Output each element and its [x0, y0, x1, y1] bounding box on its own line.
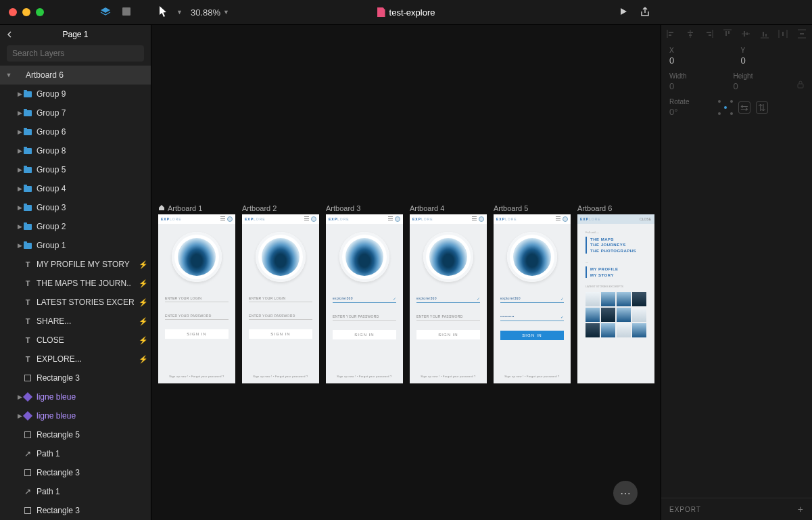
layer-row[interactable]: TSHARE...⚡	[0, 312, 151, 331]
cursor-tool-icon[interactable]	[159, 5, 168, 20]
artboard[interactable]: EXPLORE ENTER YOUR LOGIN ENTER YOUR PASS…	[242, 214, 319, 383]
align-hcenter-icon[interactable]	[686, 29, 695, 40]
layer-row[interactable]: ▶Group 4	[0, 179, 151, 198]
artboard-label[interactable]: Artboard 5	[494, 204, 571, 212]
disclosure-icon[interactable]: ▶	[16, 204, 23, 211]
align-left-icon[interactable]	[667, 29, 676, 40]
signin-button: SIGN IN	[333, 330, 396, 339]
layer-row[interactable]: ▶Group 5	[0, 160, 151, 179]
layer-row[interactable]: ▶ligne bleue	[0, 406, 151, 425]
disclosure-icon[interactable]: ▶	[16, 223, 23, 230]
artboard-header: EXPLORE	[326, 214, 403, 224]
artboard[interactable]: EXPLORE explorer360✓ ENTER YOUR PASSWORD…	[326, 214, 403, 383]
rectangle-icon	[23, 507, 32, 514]
avatar-image	[345, 238, 383, 276]
artboard-column: Artboard 1 EXPLORE ENTER YOUR LOGIN ENTE…	[158, 204, 235, 383]
flash-icon: ⚡	[139, 298, 151, 307]
align-right-icon[interactable]	[704, 29, 713, 40]
disclosure-icon[interactable]: ▶	[16, 128, 23, 135]
avatar-image	[262, 238, 300, 276]
disclosure-icon[interactable]: ▶	[16, 166, 23, 173]
artboard[interactable]: EXPLORE CLOSE Fall until — THE MAPSTHE J…	[577, 214, 654, 383]
flash-icon: ⚡	[139, 317, 151, 326]
zoom-level[interactable]: 30.88%▼	[191, 7, 229, 18]
flip-v-icon[interactable]: ⇅	[756, 101, 768, 114]
align-vcenter-icon[interactable]	[741, 29, 750, 40]
layer-row[interactable]: ▼Artboard 6	[0, 66, 151, 85]
close-window-icon[interactable]	[9, 8, 17, 16]
layer-row[interactable]: ▶Group 7	[0, 103, 151, 122]
layer-row[interactable]: ▶Group 6	[0, 122, 151, 141]
artboard-header: EXPLORE	[410, 214, 487, 224]
layers-panel-icon[interactable]	[100, 6, 111, 19]
layer-row[interactable]: Rectangle 5	[0, 425, 151, 444]
artboard-label[interactable]: Artboard 2	[242, 204, 319, 212]
layer-row[interactable]: TMY PROFILE MY STORY⚡	[0, 255, 151, 274]
align-bottom-icon[interactable]	[760, 29, 769, 40]
width-value[interactable]: 0	[669, 81, 725, 91]
artboard[interactable]: EXPLORE ENTER YOUR LOGIN ENTER YOUR PASS…	[158, 214, 235, 383]
layer-row[interactable]: ↗Path 1	[0, 482, 151, 501]
disclosure-icon[interactable]: ▶	[16, 412, 23, 419]
minimize-window-icon[interactable]	[22, 8, 30, 16]
disclosure-icon[interactable]: ▶	[16, 394, 23, 400]
folder-icon	[23, 243, 32, 249]
symbol-icon	[23, 412, 32, 419]
maximize-window-icon[interactable]	[36, 8, 44, 16]
artboard-label[interactable]: Artboard 4	[410, 204, 487, 212]
layer-row[interactable]: Rectangle 3	[0, 463, 151, 482]
dist-v-icon[interactable]	[797, 29, 807, 40]
transform-origin[interactable]	[718, 100, 733, 115]
disclosure-icon[interactable]: ▶	[16, 147, 23, 154]
layer-row[interactable]: ▶Group 3	[0, 198, 151, 217]
x-value[interactable]: 0	[669, 55, 733, 66]
height-value[interactable]: 0	[734, 81, 790, 91]
artboard-label[interactable]: Artboard 1	[158, 204, 235, 212]
lock-icon[interactable]	[797, 80, 804, 90]
layer-row[interactable]: ▶Group 2	[0, 217, 151, 236]
page-header[interactable]: Page 1	[0, 25, 151, 44]
rotate-label: Rotate	[669, 98, 710, 105]
disclosure-icon[interactable]: ▶	[16, 185, 23, 192]
chat-fab[interactable]: ⋯	[613, 481, 638, 505]
dist-h-icon[interactable]	[778, 29, 788, 40]
chevron-down-icon[interactable]: ▼	[176, 9, 183, 16]
layer-label: Group 9	[37, 89, 139, 99]
canvas[interactable]: Artboard 1 EXPLORE ENTER YOUR LOGIN ENTE…	[151, 25, 661, 520]
disclosure-icon[interactable]: ▶	[16, 110, 23, 116]
layer-row[interactable]: ↗Path 1	[0, 444, 151, 463]
layer-row[interactable]: ▶Group 1	[0, 236, 151, 255]
layer-row[interactable]: TTHE MAPS THE JOURN..⚡	[0, 274, 151, 293]
layer-row[interactable]: Rectangle 3	[0, 501, 151, 520]
artboard[interactable]: EXPLORE explorer360✓ ••••••••••✓ SIGN IN…	[494, 214, 571, 383]
rotate-value[interactable]: 0°	[669, 107, 710, 117]
disclosure-icon[interactable]: ▶	[16, 242, 23, 249]
layer-row[interactable]: ▶ligne bleue	[0, 387, 151, 406]
plus-icon[interactable]: +	[798, 504, 804, 515]
artboard[interactable]: EXPLORE explorer360✓ ENTER YOUR PASSWORD…	[410, 214, 487, 383]
disclosure-icon[interactable]: ▶	[16, 91, 23, 97]
layer-row[interactable]: ▶Group 8	[0, 141, 151, 160]
disclosure-icon[interactable]: ▼	[5, 72, 12, 78]
share-icon[interactable]	[640, 7, 650, 18]
export-section[interactable]: EXPORT +	[661, 498, 812, 520]
layer-row[interactable]: ▶Group 9	[0, 85, 151, 103]
play-icon[interactable]	[619, 7, 628, 18]
layer-label: Group 4	[37, 184, 139, 193]
y-value[interactable]: 0	[741, 55, 805, 66]
avatar-ring	[339, 232, 389, 282]
artboard-label[interactable]: Artboard 6	[577, 204, 654, 212]
layer-label: THE MAPS THE JOURN..	[37, 279, 139, 288]
search-input[interactable]	[7, 45, 144, 62]
layer-row[interactable]: TCLOSE⚡	[0, 331, 151, 350]
artboard-label[interactable]: Artboard 3	[326, 204, 403, 212]
layer-row[interactable]: Rectangle 3	[0, 369, 151, 387]
align-top-icon[interactable]	[723, 29, 732, 40]
layer-row[interactable]: TLATEST STORIES EXCER⚡	[0, 293, 151, 312]
flip-h-icon[interactable]: ⇆	[738, 101, 750, 114]
flash-icon: ⚡	[139, 260, 151, 269]
folder-icon	[23, 110, 32, 116]
layer-row[interactable]: TEXPLORE...⚡	[0, 350, 151, 369]
artboard-column: Artboard 3 EXPLORE explorer360✓ ENTER YO…	[326, 204, 403, 383]
components-panel-icon[interactable]	[121, 6, 132, 19]
